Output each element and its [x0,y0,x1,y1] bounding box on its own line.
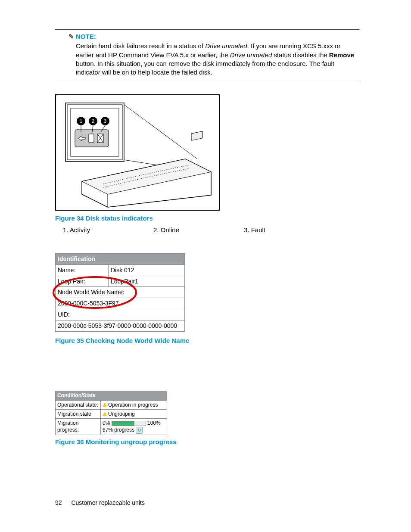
svg-line-15 [124,105,197,159]
legend-item: 3. Fault [244,226,334,234]
figure-35-caption: Figure 35 Checking Node World Wide Name [55,336,359,345]
note-text: status disables the [272,51,329,59]
svg-text:2: 2 [92,118,94,124]
page-footer: 92 Customer replaceable units [55,499,145,507]
prog-0-label: 0% [103,420,110,426]
footer-title: Customer replaceable units [71,499,144,506]
condition-header: Condition/State [56,391,167,400]
prog-100-label: 100% [147,420,161,426]
note-text: Certain hard disk failures result in a s… [76,42,205,50]
legend-item: 2. Online [153,226,244,234]
mig-state-text: Ungrouping [108,411,135,417]
figure-34-legend: 1. Activity 2. Online 3. Fault [63,226,359,234]
warning-icon [103,403,107,407]
id-uid-label: UID: [56,309,185,320]
note-italic: Drive unmated [205,42,247,50]
identification-header: Identification [56,253,185,264]
op-state-value: Operation in progress [101,400,167,409]
prog-text: 67% progress [103,427,134,433]
figure-34-caption: Figure 34 Disk status indicators [55,214,359,223]
mig-state-value: Ungrouping [101,409,167,418]
id-name-label: Name: [56,264,109,276]
id-loop-value: LoopPair1 [109,276,185,287]
svg-rect-17 [191,131,202,141]
note-body: Certain hard disk failures result in a s… [76,42,358,77]
id-loop-label: Loop Pair: [56,276,109,287]
id-uid-value: 2000-000c-5053-3f97-0000-0000-0000-0000 [56,320,185,332]
op-state-label: Operational state: [56,400,101,409]
note-callout: ✎NOTE: Certain hard disk failures result… [55,29,359,82]
note-heading-text: NOTE: [76,33,96,40]
mig-prog-value: 0% 100% 67% progress ↻ [101,419,167,435]
id-nwwn-label: Node World Wide Name: [56,287,185,298]
progress-fill [112,421,134,426]
svg-text:3: 3 [104,118,106,124]
note-text: button. In this situation, you can remov… [76,60,334,76]
page-number: 92 [55,499,62,506]
note-heading: ✎NOTE: [67,32,359,41]
progress-bar [112,421,146,426]
note-bold: Remove [329,51,354,59]
mig-state-label: Migration state: [56,409,101,418]
svg-rect-2 [89,134,94,143]
svg-text:1: 1 [80,118,82,124]
warning-icon [103,412,107,416]
refresh-icon[interactable]: ↻ [136,427,143,434]
note-icon: ✎ [67,32,75,41]
figure-36-caption: Figure 36 Monitoring ungroup progress [55,438,359,446]
figure-34-illustration: 1 2 3 [55,94,220,211]
identification-table: Identification Name: Disk 012 Loop Pair:… [55,253,185,332]
mig-prog-label: Migration progress: [56,419,101,435]
id-name-value: Disk 012 [109,264,185,276]
condition-state-table: Condition/State Operational state: Opera… [55,391,167,435]
note-italic: Drive unmated [230,51,272,59]
legend-item: 1. Activity [63,226,153,234]
id-nwwn-value: 2000-000C-5053-3F97 [56,298,185,309]
op-state-text: Operation in progress [108,402,158,408]
